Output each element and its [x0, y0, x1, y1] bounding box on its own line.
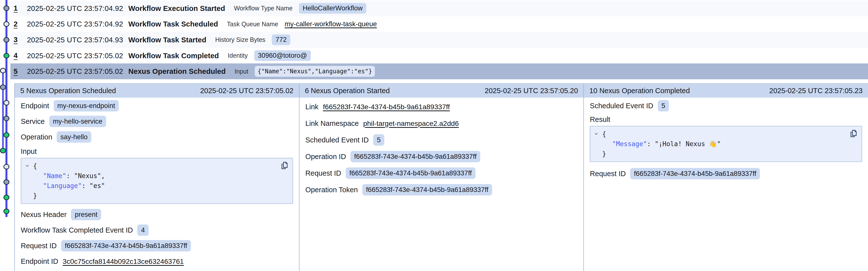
event-timestamp: 2025-02-25 UTC 23:57:04.92	[27, 20, 124, 28]
field-value-badge: 5	[373, 134, 384, 146]
event-row-1[interactable]: 1 2025-02-25 UTC 23:57:04.92 Workflow Ex…	[10, 0, 868, 16]
field-link-namespace: Link Namespace phil-target-namespace2.a2…	[305, 118, 459, 129]
json-line: "Name": "Nexus",	[21, 171, 275, 181]
event-id-link[interactable]: 2	[13, 20, 22, 28]
field-label: Link	[305, 103, 318, 111]
panel-body: Endpoint my-nexus-endpoint Service my-he…	[15, 98, 299, 271]
event-group-detail-panels: 5 Nexus Operation Scheduled 2025-02-25 U…	[14, 83, 868, 271]
event-timestamp: 2025-02-25 UTC 23:57:05.02	[27, 52, 124, 60]
json-line: {	[21, 161, 275, 171]
field-scheduled-event-id: Scheduled Event ID 5	[590, 100, 669, 111]
timeline-dot-event-6	[0, 84, 6, 90]
field-label: Scheduled Event ID	[305, 136, 369, 144]
field-value-badge: f665283f-743e-4374-b45b-9a61a89337ff	[61, 240, 191, 251]
field-value-badge: my-hello-service	[49, 116, 106, 127]
timeline-dot-event-10	[0, 148, 6, 153]
json-line: {	[590, 129, 844, 139]
copy-icon[interactable]	[850, 129, 857, 138]
field-service: Service my-hello-service	[21, 116, 106, 127]
field-value-badge: present	[71, 209, 101, 220]
panel-title: 5 Nexus Operation Scheduled	[20, 87, 116, 95]
json-line: "Language": "es"	[21, 181, 275, 191]
event-detail-badge: 30960@totoro@	[254, 50, 311, 61]
timeline-dot-event-3	[3, 37, 9, 43]
panel-title: 6 Nexus Operation Started	[305, 87, 390, 95]
timeline-dot-event-9	[3, 132, 9, 138]
timeline-dot-event-8	[3, 116, 9, 121]
field-request-id: Request ID f665283f-743e-4374-b45b-9a61a…	[590, 168, 760, 179]
field-endpoint: Endpoint my-nexus-endpoint	[21, 100, 119, 111]
field-nexus-header: Nexus Header present	[21, 209, 101, 220]
field-label: Request ID	[305, 169, 341, 178]
field-value-badge: f665283f-743e-4374-b45b-9a61a89337ff	[350, 151, 480, 162]
field-scheduled-event-id: Scheduled Event ID 5	[305, 134, 384, 146]
field-label: Scheduled Event ID	[590, 102, 653, 110]
json-line: "Message": "¡Hola! Nexus 👋"	[590, 139, 844, 149]
field-label: Operation Token	[305, 186, 358, 194]
workflow-link[interactable]: f665283f-743e-4374-b45b-9a61a89337ff	[323, 103, 450, 111]
field-request-id: Request ID f665283f-743e-4374-b45b-9a61a…	[305, 167, 475, 179]
field-endpoint-id: Endpoint ID 3c0c75ccfa8144b092c13ce63246…	[21, 255, 184, 267]
event-id-link[interactable]: 3	[13, 36, 22, 44]
panel-header: 6 Nexus Operation Started 2025-02-25 UTC…	[300, 84, 584, 98]
event-id-link[interactable]: 5	[13, 67, 22, 76]
event-detail-label: Workflow Type Name	[234, 5, 292, 12]
event-detail-label: Identity	[228, 52, 248, 59]
field-value-badge: f665283f-743e-4374-b45b-9a61a89337ff	[630, 168, 760, 179]
chevron-down-icon[interactable]	[24, 163, 30, 169]
event-name: Workflow Task Started	[128, 36, 206, 44]
field-label: Result	[590, 115, 610, 124]
field-value-badge: f665283f-743e-4374-b45b-9a61a89337ff	[362, 184, 492, 195]
event-row-5-selected[interactable]: 5 2025-02-25 UTC 23:57:05.02 Nexus Opera…	[10, 63, 868, 79]
field-label: Request ID	[21, 242, 57, 250]
field-operation-token: Operation Token f665283f-743e-4374-b45b-…	[305, 184, 492, 195]
task-queue-link[interactable]: my-caller-workflow-task-queue	[285, 20, 377, 28]
event-timestamp: 2025-02-25 UTC 23:57:05.02	[27, 67, 124, 76]
panel-nexus-operation-completed: 10 Nexus Operation Completed 2025-02-25 …	[583, 84, 868, 271]
chevron-down-icon[interactable]	[593, 131, 599, 137]
field-link: Link f665283f-743e-4374-b45b-9a61a89337f…	[305, 101, 450, 112]
field-request-id: Request ID f665283f-743e-4374-b45b-9a61a…	[21, 240, 191, 251]
field-label: Operation	[21, 133, 52, 141]
json-line: }	[590, 149, 844, 159]
panel-nexus-operation-started: 6 Nexus Operation Started 2025-02-25 UTC…	[299, 84, 584, 271]
event-name: Workflow Task Scheduled	[128, 20, 218, 28]
namespace-link[interactable]: phil-target-namespace2.a2dd6	[363, 119, 459, 128]
field-label: Endpoint ID	[21, 258, 58, 266]
event-name: Workflow Task Completed	[128, 52, 219, 60]
panel-title: 10 Nexus Operation Completed	[589, 87, 690, 95]
field-label: Request ID	[590, 170, 626, 178]
timeline-dot-event-2	[3, 21, 9, 27]
field-workflow-task-completed-event-id: Workflow Task Completed Event ID 4	[21, 224, 149, 236]
field-result-label: Result	[590, 115, 615, 124]
field-label: Input	[21, 147, 37, 156]
field-value-badge: f665283f-743e-4374-b45b-9a61a89337ff	[346, 167, 475, 179]
field-value-badge: 5	[658, 100, 669, 111]
timeline-dot-event-5	[0, 68, 6, 73]
input-json-viewer: { "Name": "Nexus", "Language": "es" }	[21, 158, 293, 204]
event-detail-badge: HelloCallerWorkflow	[299, 3, 367, 13]
panel-body: Link f665283f-743e-4374-b45b-9a61a89337f…	[300, 98, 584, 201]
endpoint-id-link[interactable]: 3c0c75ccfa8144b092c13ce632463761	[63, 258, 184, 266]
panel-timestamp: 2025-02-25 UTC 23:57:05.20	[485, 87, 578, 95]
event-detail-label: Input	[235, 68, 248, 75]
timeline-dot-event-14	[3, 209, 9, 214]
field-label: Link Namespace	[305, 119, 359, 128]
event-row-4[interactable]: 4 2025-02-25 UTC 23:57:05.02 Workflow Ta…	[10, 48, 868, 64]
event-detail-badge: 772	[272, 34, 290, 45]
panel-nexus-operation-scheduled: 5 Nexus Operation Scheduled 2025-02-25 U…	[14, 84, 299, 271]
event-row-3[interactable]: 3 2025-02-25 UTC 23:57:04.93 Workflow Ta…	[10, 32, 868, 48]
field-label: Endpoint	[21, 102, 49, 110]
event-row-2[interactable]: 2 2025-02-25 UTC 23:57:04.92 Workflow Ta…	[10, 16, 868, 32]
field-value-badge: 4	[137, 224, 148, 236]
panel-timestamp: 2025-02-25 UTC 23:57:05.23	[769, 87, 863, 95]
field-value-badge: my-nexus-endpoint	[54, 100, 119, 111]
event-id-link[interactable]: 4	[13, 52, 22, 60]
event-id-link[interactable]: 1	[13, 4, 22, 12]
timeline-dot-event-12	[3, 179, 9, 185]
timeline-dot-event-7	[3, 100, 9, 106]
event-history-list: 1 2025-02-25 UTC 23:57:04.92 Workflow Ex…	[10, 0, 868, 79]
copy-icon[interactable]	[281, 161, 288, 170]
timeline-dot-event-13	[3, 195, 9, 200]
event-detail-label: History Size Bytes	[215, 36, 265, 43]
